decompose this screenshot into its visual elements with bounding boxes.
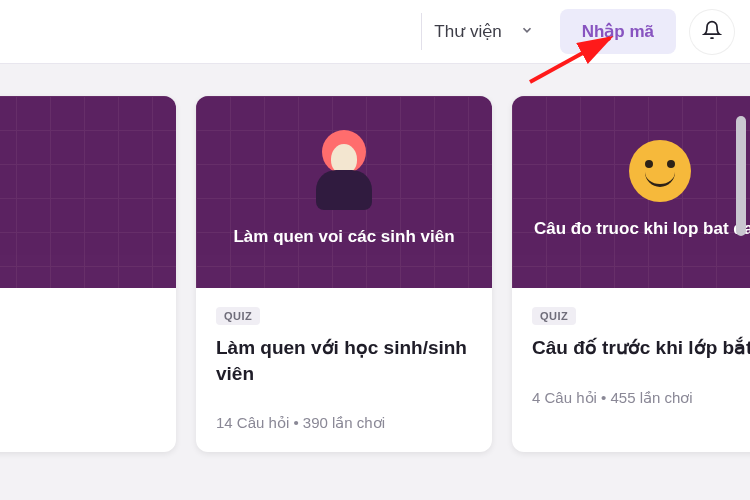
card-body: QUIZ Làm quen với học sinh/sinh viên 14 … xyxy=(196,288,492,452)
card-body: QUIZ Câu đố trước khi lớp bắt 4 Câu hỏi … xyxy=(512,288,750,427)
quiz-card[interactable]: Câu đo truoc khi lop bat đau QUIZ Câu đố… xyxy=(512,96,750,452)
avatar-icon xyxy=(316,146,372,210)
card-title: Câu đố trước khi lớp bắt xyxy=(532,335,750,361)
card-meta: 4 Câu hỏi • 455 lần chơi xyxy=(532,389,750,407)
bell-icon xyxy=(702,20,722,44)
smiley-icon xyxy=(629,154,691,202)
quiz-card[interactable]: Làm quen voi các sinh viên QUIZ Làm quen… xyxy=(196,96,492,452)
type-badge: QUIZ xyxy=(532,307,576,325)
card-row: sai 10i Làm quen voi các sinh viên QUIZ … xyxy=(0,64,750,452)
topbar: Thư viện Nhập mã xyxy=(0,0,750,64)
card-meta: 14 Câu hỏi • 390 lần chơi xyxy=(216,414,472,432)
thumb-title: Làm quen voi các sinh viên xyxy=(211,226,476,249)
card-body: 10i xyxy=(0,288,176,371)
card-thumbnail: Câu đo truoc khi lop bat đau xyxy=(512,96,750,288)
library-label: Thư viện xyxy=(434,21,501,42)
card-meta: 10i xyxy=(0,334,156,351)
quiz-card[interactable]: sai 10i xyxy=(0,96,176,452)
enter-code-label: Nhập mã xyxy=(582,22,654,41)
card-title: Làm quen với học sinh/sinh viên xyxy=(216,335,472,386)
enter-code-button[interactable]: Nhập mã xyxy=(560,9,676,54)
chevron-down-icon xyxy=(520,22,534,42)
thumb-title: sai xyxy=(0,173,176,212)
scrollbar-thumb[interactable] xyxy=(736,116,746,236)
library-dropdown[interactable]: Thư viện xyxy=(421,13,545,50)
thumb-title: Câu đo truoc khi lop bat đau xyxy=(512,218,750,241)
card-thumbnail: sai xyxy=(0,96,176,288)
card-thumbnail: Làm quen voi các sinh viên xyxy=(196,96,492,288)
type-badge: QUIZ xyxy=(216,307,260,325)
notifications-button[interactable] xyxy=(690,10,734,54)
